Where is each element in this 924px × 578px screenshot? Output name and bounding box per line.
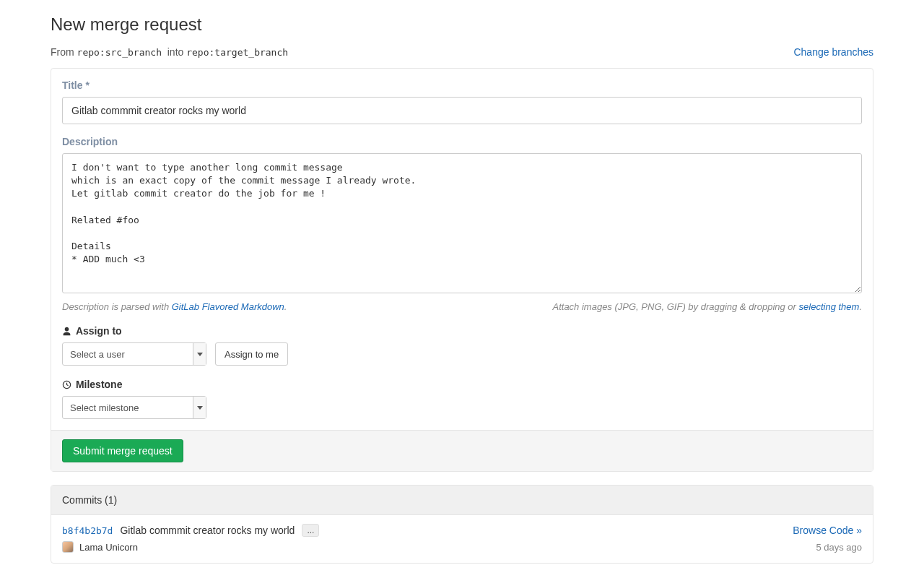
- branch-line: From repo:src_branch into repo:target_br…: [51, 46, 873, 58]
- assignee-select[interactable]: Select a user: [62, 342, 206, 366]
- submit-button[interactable]: Submit merge request: [62, 439, 183, 462]
- title-label: Title *: [62, 79, 862, 91]
- commit-row: b8f4b2b7d Gitlab commmit creator rocks m…: [51, 515, 873, 563]
- description-label: Description: [62, 136, 862, 147]
- assign-to-me-button[interactable]: Assign to me: [215, 342, 288, 366]
- mr-form-panel: Title * Description I don't want to type…: [51, 68, 873, 472]
- markdown-hint: Description is parsed with GitLab Flavor…: [62, 301, 287, 312]
- assign-label: Assign to: [76, 325, 122, 337]
- commit-message: Gitlab commmit creator rocks my world: [120, 525, 295, 536]
- user-icon: [62, 327, 71, 338]
- target-branch: repo:target_branch: [186, 47, 288, 58]
- clock-icon: [62, 380, 71, 392]
- browse-code-link[interactable]: Browse Code »: [793, 525, 862, 536]
- commits-panel: Commits (1) b8f4b2b7d Gitlab commmit cre…: [51, 485, 873, 564]
- milestone-select-text: Select milestone: [63, 402, 193, 413]
- description-textarea[interactable]: I don't want to type another long commit…: [62, 153, 862, 293]
- commit-author: Lama Unicorn: [79, 542, 138, 553]
- attach-hint: Attach images (JPG, PNG, GIF) by draggin…: [553, 301, 863, 312]
- commit-time: 5 days ago: [816, 542, 862, 553]
- select-files-link[interactable]: selecting them: [799, 301, 860, 312]
- page-title: New merge request: [51, 12, 873, 38]
- milestone-select[interactable]: Select milestone: [62, 396, 206, 419]
- form-footer: Submit merge request: [51, 430, 873, 471]
- commit-hash-link[interactable]: b8f4b2b7d: [62, 525, 113, 536]
- change-branches-link[interactable]: Change branches: [793, 46, 873, 58]
- caret-down-icon: [193, 397, 206, 418]
- avatar: [62, 541, 74, 553]
- expand-commit-button[interactable]: ...: [302, 524, 319, 537]
- source-branch: repo:src_branch: [77, 47, 162, 58]
- branch-summary: From repo:src_branch into repo:target_br…: [51, 46, 288, 58]
- into-label: into: [167, 46, 184, 58]
- from-label: From: [51, 46, 74, 58]
- assignee-select-text: Select a user: [63, 349, 193, 360]
- milestone-label: Milestone: [76, 379, 123, 390]
- title-input[interactable]: [62, 97, 862, 124]
- gfm-link[interactable]: GitLab Flavored Markdown: [172, 301, 284, 312]
- commits-header: Commits (1): [51, 486, 873, 515]
- caret-down-icon: [193, 343, 206, 365]
